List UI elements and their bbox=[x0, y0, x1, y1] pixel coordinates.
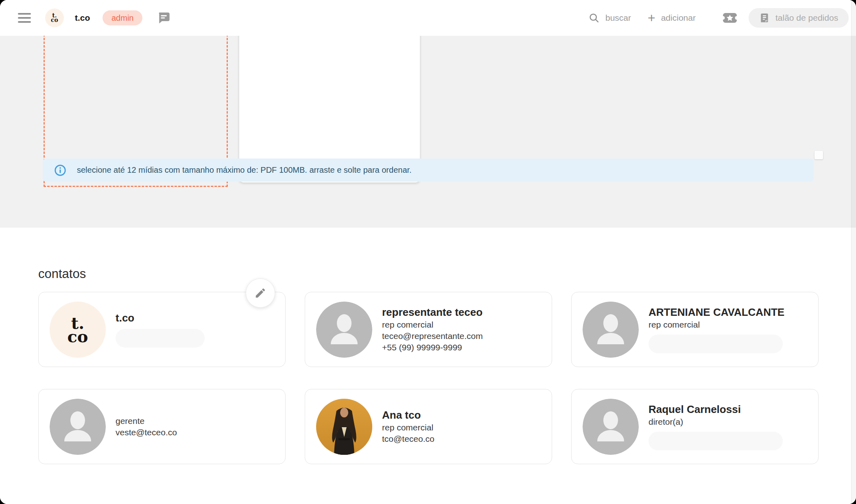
contact-card[interactable]: ARTENIANE CAVALCANTE rep comercial bbox=[571, 292, 819, 367]
media-thumbnail-handle[interactable] bbox=[815, 151, 823, 159]
search-control[interactable]: buscar bbox=[588, 12, 631, 24]
person-avatar-icon bbox=[583, 399, 639, 455]
contact-name: Raquel Carnelossi bbox=[649, 403, 783, 416]
contact-text: Ana tco rep comercialtco@teceo.co bbox=[382, 408, 435, 445]
contact-line: rep comercial bbox=[649, 319, 784, 330]
info-icon bbox=[54, 164, 66, 176]
app-bar: t. co t.co admin buscar + adicionar talã… bbox=[0, 0, 856, 36]
person-avatar-icon bbox=[316, 302, 372, 358]
pencil-icon bbox=[254, 287, 266, 299]
order-pad-button[interactable]: talão de pedidos bbox=[749, 8, 849, 28]
search-label: buscar bbox=[605, 13, 631, 23]
contact-avatar bbox=[316, 302, 372, 358]
star-ticket-icon[interactable] bbox=[723, 12, 737, 24]
contact-name: representante teceo bbox=[382, 306, 483, 319]
contact-card[interactable]: gerenteveste@teceo.co bbox=[38, 389, 286, 464]
skeleton-placeholder bbox=[649, 335, 783, 353]
info-banner: selecione até 12 mídias com tamanho máxi… bbox=[43, 159, 814, 182]
search-icon bbox=[588, 12, 600, 24]
skeleton-placeholder bbox=[649, 432, 783, 450]
contact-avatar bbox=[316, 399, 372, 455]
contact-line: diretor(a) bbox=[649, 416, 783, 428]
contact-text: Raquel Carnelossi diretor(a) bbox=[649, 403, 783, 450]
contact-cards-grid: t.co t.co representante teceo rep comerc… bbox=[38, 292, 819, 464]
scrollbar-track[interactable] bbox=[851, 0, 856, 504]
plus-icon: + bbox=[648, 14, 655, 22]
contact-line: tco@teceo.co bbox=[382, 433, 435, 445]
contact-card[interactable]: t.co t.co bbox=[38, 292, 286, 367]
contact-text: representante teceo rep comercialteceo@r… bbox=[382, 306, 483, 353]
contact-line: veste@teceo.co bbox=[116, 427, 177, 438]
admin-role-badge: admin bbox=[103, 11, 142, 26]
contact-avatar bbox=[583, 399, 639, 455]
brand-name: t.co bbox=[75, 13, 90, 23]
contact-card[interactable]: representante teceo rep comercialteceo@r… bbox=[305, 292, 552, 367]
add-control[interactable]: + adicionar bbox=[648, 13, 696, 23]
contact-text: t.co bbox=[116, 311, 205, 348]
contact-card[interactable]: Ana tco rep comercialtco@teceo.co bbox=[305, 389, 552, 464]
person-avatar-icon bbox=[583, 302, 639, 358]
contact-name: ARTENIANE CAVALCANTE bbox=[649, 306, 784, 319]
contact-line: teceo@representante.com bbox=[382, 330, 483, 342]
contact-line: +55 (99) 99999-9999 bbox=[382, 342, 483, 353]
contact-card[interactable]: Raquel Carnelossi diretor(a) bbox=[571, 389, 819, 464]
contact-line: gerente bbox=[116, 415, 177, 427]
order-pad-label: talão de pedidos bbox=[775, 13, 838, 23]
logo-text-bottom: co bbox=[67, 330, 88, 343]
info-banner-text: selecione até 12 mídias com tamanho máxi… bbox=[77, 165, 412, 175]
contacts-section: contatos t.co t.co representante teceo r… bbox=[0, 228, 856, 504]
chat-icon[interactable] bbox=[157, 11, 170, 24]
edit-contacts-button[interactable] bbox=[246, 278, 275, 308]
skeleton-placeholder bbox=[116, 329, 205, 348]
contact-line: rep comercial bbox=[382, 319, 483, 330]
contact-line: rep comercial bbox=[382, 422, 435, 433]
order-pad-icon bbox=[759, 13, 770, 23]
media-uploader-section: selecione até 12 mídias com tamanho máxi… bbox=[0, 36, 856, 228]
brand-logo-avatar-large: t.co bbox=[50, 302, 106, 358]
app-window: t. co t.co admin buscar + adicionar talã… bbox=[0, 0, 856, 504]
add-label: adicionar bbox=[661, 13, 696, 23]
contact-text: gerenteveste@teceo.co bbox=[116, 415, 177, 438]
brand-logo-avatar[interactable]: t. co bbox=[45, 9, 64, 27]
contact-name: t.co bbox=[116, 311, 205, 325]
contact-text: ARTENIANE CAVALCANTE rep comercial bbox=[649, 306, 784, 353]
contact-name: Ana tco bbox=[382, 408, 435, 422]
contacts-title: contatos bbox=[38, 267, 86, 281]
brand-logo-text-bottom: co bbox=[51, 18, 58, 22]
hamburger-menu-icon[interactable] bbox=[18, 13, 31, 23]
person-avatar-icon bbox=[50, 399, 106, 455]
ana-photo-avatar bbox=[316, 399, 372, 455]
contact-avatar bbox=[583, 302, 639, 358]
contact-avatar bbox=[50, 399, 106, 455]
